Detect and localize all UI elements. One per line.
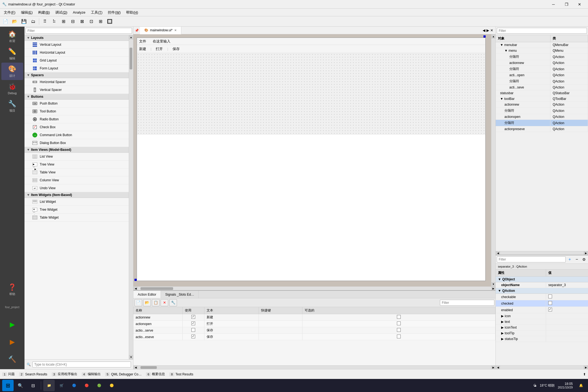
design-scroll-up[interactable]: ▲ xyxy=(491,34,495,39)
widget-radio-button[interactable]: Radio Button xyxy=(24,115,129,123)
widget-tree-widget[interactable]: ▼ — · — Tree Widget xyxy=(24,206,129,214)
menu-file[interactable]: 文件(F) xyxy=(1,9,18,16)
checkable-checkbox[interactable] xyxy=(548,295,552,298)
tab-nav-right[interactable]: ▶ xyxy=(486,28,489,32)
action-scroll-left[interactable]: ◀ xyxy=(133,366,138,369)
action-edit-btn[interactable]: 📂 xyxy=(143,299,151,306)
restore-button[interactable]: ❐ xyxy=(560,0,573,9)
taskbar-app3[interactable]: 🟢 xyxy=(93,380,105,391)
status-item-summary[interactable]: 6 概要信息 xyxy=(146,372,165,376)
widget-push-button[interactable]: OK Push Button xyxy=(24,100,129,108)
action-delete-btn[interactable]: ✕ xyxy=(161,299,168,306)
toolbar-btn-6[interactable]: ⠷ xyxy=(50,17,59,26)
widget-filter-input[interactable] xyxy=(26,28,132,34)
taskbar-notifications[interactable]: 🔔 xyxy=(576,381,586,390)
canvas-handle-bl[interactable] xyxy=(134,279,137,281)
taskbar-explorer[interactable]: 📁 xyxy=(43,380,55,391)
category-item-views[interactable]: ▼ Item Views (Model-Based) xyxy=(24,147,129,153)
enabled-checkbox[interactable] xyxy=(548,308,552,311)
design-scroll-down[interactable]: ▼ xyxy=(491,282,495,286)
widget-grid-layout[interactable]: Grid Layout xyxy=(24,57,129,65)
toolbar-new[interactable]: 📄 xyxy=(1,17,10,26)
props-remove-btn[interactable]: − xyxy=(574,256,580,262)
props-filter-input[interactable] xyxy=(497,256,566,262)
sidebar-item-four-project[interactable]: four_project xyxy=(1,298,23,316)
status-item-test[interactable]: 8 Test Results xyxy=(169,372,193,376)
widget-list-view[interactable]: List View xyxy=(24,153,129,161)
status-resize-btn[interactable]: ⬆ xyxy=(583,372,586,376)
widget-vertical-layout[interactable]: Vertical Layout xyxy=(24,41,129,49)
prop-text-value[interactable] xyxy=(546,319,588,325)
tab-nav-left[interactable]: ◀ xyxy=(483,28,485,32)
taskbar-clock[interactable]: 18:05 2021/10/29 xyxy=(558,382,573,389)
tab-close-current[interactable]: ✕ xyxy=(490,28,493,32)
section-expand-qaction[interactable]: ▼ xyxy=(498,289,501,293)
canvas-toolbar-open[interactable]: 打开 xyxy=(156,47,163,51)
prop-tooltip-value[interactable] xyxy=(546,330,588,336)
taskbar-app2[interactable]: 🔴 xyxy=(81,380,92,391)
prop-expand-icon[interactable]: ▶ xyxy=(501,314,504,318)
menu-analyze[interactable]: Analyze xyxy=(70,9,88,16)
widget-scroll-up[interactable]: ▲ xyxy=(129,35,133,39)
tab-close-btn[interactable]: ✕ xyxy=(174,29,177,32)
design-scroll-right[interactable]: ▶ xyxy=(491,287,495,290)
sidebar-item-help[interactable]: ❓ 帮助 xyxy=(1,281,23,298)
taskbar-app4[interactable]: 🟡 xyxy=(106,380,117,391)
tab-mainwindow[interactable]: 🎨 mainwindow.ui* ✕ xyxy=(140,27,181,34)
prop-expand-text[interactable]: ▶ xyxy=(501,320,504,324)
sidebar-item-welcome[interactable]: 🏠 欢迎 xyxy=(1,28,23,45)
toolbar-btn-7[interactable]: ⊞ xyxy=(59,17,68,26)
taskbar-app1[interactable]: 🔵 xyxy=(68,380,80,391)
tab-pin-btn[interactable]: 📌 xyxy=(133,27,140,34)
action-copy-btn[interactable]: 📋 xyxy=(152,299,160,306)
toolbar-btn-5[interactable]: ⠿ xyxy=(41,17,49,26)
widget-form-layout[interactable]: Form Layout xyxy=(24,65,129,72)
toolbar-btn-12[interactable]: 🔲 xyxy=(105,17,114,26)
tab-signals-slots[interactable]: Signals _Slots Ed… xyxy=(161,291,199,298)
canvas-handle-tr[interactable] xyxy=(483,35,486,38)
canvas-menu-input[interactable]: 在这里输入 xyxy=(153,39,170,44)
taskbar-search[interactable]: 🔍 xyxy=(15,380,26,391)
widget-table-widget[interactable]: Table Widget xyxy=(24,214,129,222)
toolbar-save[interactable]: 💾 xyxy=(20,17,28,26)
start-button[interactable]: ⊞ xyxy=(2,380,14,391)
widget-table-view[interactable]: Table View xyxy=(24,169,129,176)
category-spacers[interactable]: ▼ Spacers xyxy=(24,72,129,78)
locate-input[interactable] xyxy=(32,362,131,367)
status-item-qml[interactable]: 5 QML Debugger Co… xyxy=(105,372,142,376)
prop-enabled-value[interactable] xyxy=(546,307,588,313)
toolbar-save-all[interactable]: 🗂 xyxy=(29,17,38,26)
category-layouts[interactable]: ▼ Layouts xyxy=(24,35,129,41)
widget-tool-button[interactable]: Tool Button xyxy=(24,108,129,115)
widget-tree-view[interactable]: ▶ — ▶ — Tree View xyxy=(24,161,129,169)
menu-debug[interactable]: 调试(D) xyxy=(53,9,70,16)
widget-column-view[interactable]: Column View xyxy=(24,176,129,184)
sidebar-item-project[interactable]: 🔧 项目 xyxy=(1,97,23,115)
menu-tools[interactable]: 工具(T) xyxy=(88,9,105,16)
widget-command-link-button[interactable]: → Command Link Button xyxy=(24,131,129,139)
category-item-widgets[interactable]: ▼ Item Widgets (Item-Based) xyxy=(24,192,129,198)
object-filter-input[interactable] xyxy=(497,28,587,34)
widget-horizontal-spacer[interactable]: Horizontal Spacer xyxy=(24,78,129,86)
widget-check-box[interactable]: Check Box xyxy=(24,123,129,131)
close-button[interactable]: ✕ xyxy=(573,0,586,9)
prop-expand-statustip[interactable]: ▶ xyxy=(501,337,504,341)
action-new-btn[interactable]: 📄 xyxy=(134,299,142,306)
toolbar-btn-9[interactable]: ⊠ xyxy=(78,17,86,26)
props-settings-btn[interactable]: ⚙ xyxy=(581,256,587,262)
toolbar-btn-8[interactable]: ⊟ xyxy=(68,17,77,26)
sidebar-item-debug[interactable]: 🐞 Debug xyxy=(1,80,23,97)
sidebar-item-run[interactable]: ▶ xyxy=(1,316,23,333)
prop-icontext-value[interactable] xyxy=(546,325,588,330)
props-scroll-right[interactable]: ▶ xyxy=(584,366,588,369)
prop-expand-tooltip[interactable]: ▶ xyxy=(501,331,504,335)
widget-scroll-down[interactable]: ▼ xyxy=(129,355,133,359)
toolbar-open-folder[interactable]: 📂 xyxy=(10,17,19,26)
category-buttons[interactable]: ▼ Buttons xyxy=(24,94,129,100)
menu-widgets[interactable]: 控件(W) xyxy=(105,9,123,16)
action-config-btn[interactable]: 🔧 xyxy=(169,299,177,306)
status-item-issues[interactable]: 1 问题 xyxy=(2,372,15,376)
status-item-edit-output[interactable]: 4 编辑输出 xyxy=(82,372,101,376)
obj-scroll-right[interactable]: ▶ xyxy=(584,251,588,255)
taskbar-store[interactable]: 🛒 xyxy=(56,380,67,391)
